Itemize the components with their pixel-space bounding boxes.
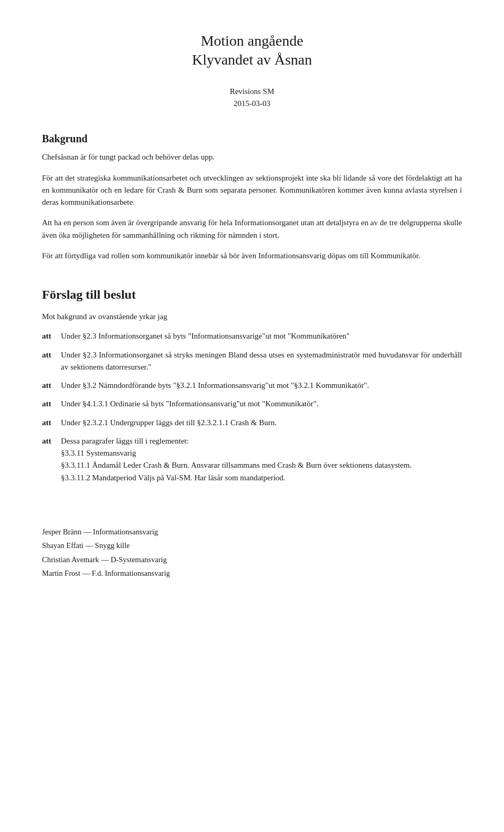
signatory-line: Jesper Bränn — Informationsansvarig	[42, 526, 462, 538]
signatory-name: Shayan Effati	[42, 541, 83, 550]
att-label: att	[42, 330, 61, 342]
proposal-heading: Förslag till beslut	[42, 285, 462, 304]
title-section: Motion angående Klyvandet av Åsnan Revis…	[42, 31, 462, 110]
signatory-name: Christian Avemark	[42, 555, 99, 564]
signatory-role: Snygg kille	[95, 541, 130, 550]
background-p4: För att förtydliga vad rollen som kommun…	[42, 250, 462, 262]
signatories: Jesper Bränn — Informationsansvarig Shay…	[42, 526, 462, 580]
att-text: Under §2.3 Informationsorganet så byts "…	[61, 330, 462, 342]
att-text: Under §2.3.2.1 Undergrupper läggs det ti…	[61, 417, 462, 429]
list-item: att Under §2.3 Informationsorganet så st…	[42, 349, 462, 374]
proposal-intro: Mot bakgrund av ovanstående yrkar jag	[42, 311, 462, 323]
att-text: Dessa paragrafer läggs till i reglemente…	[61, 435, 462, 484]
signatory-name: Martin Frost	[42, 569, 80, 577]
list-item: att Under §4.1.3.1 Ordinarie så byts "In…	[42, 398, 462, 410]
list-item: att Dessa paragrafer läggs till i reglem…	[42, 435, 462, 484]
att-text: Under §4.1.3.1 Ordinarie så byts "Inform…	[61, 398, 462, 410]
signatory-name: Jesper Bränn	[42, 528, 81, 536]
background-heading: Bakgrund	[42, 131, 462, 147]
signatory-dash: —	[86, 541, 95, 550]
att-label: att	[42, 380, 61, 392]
signatory-line: Christian Avemark — D-Systemansvarig	[42, 554, 462, 565]
signatory-dash: —	[83, 528, 93, 536]
signatory-role: D-Systemansvarig	[111, 555, 167, 564]
att-text: Under §2.3 Informationsorganet så stryks…	[61, 349, 462, 374]
att-list: att Under §2.3 Informationsorganet så by…	[42, 330, 462, 484]
background-p3: Att ha en person som även är övergripand…	[42, 217, 462, 241]
main-title: Motion angående Klyvandet av Åsnan	[42, 31, 462, 70]
background-p2: För att det strategiska kommunikationsar…	[42, 172, 462, 209]
signatory-role: F.d. Informationsansvarig	[92, 569, 170, 577]
signatory-line: Martin Frost — F.d. Informationsansvarig	[42, 567, 462, 579]
signatory-line: Shayan Effati — Snygg kille	[42, 540, 462, 551]
list-item: att Under §2.3.2.1 Undergrupper läggs de…	[42, 417, 462, 429]
att-label: att	[42, 435, 61, 447]
signatory-dash: —	[101, 555, 111, 564]
background-p1: Chefsåsnan är för tungt packad och behöv…	[42, 151, 462, 163]
att-label: att	[42, 398, 61, 410]
att-label: att	[42, 417, 61, 429]
revision-label: Revisions SM 2015-03-03	[42, 86, 462, 110]
signatory-role: Informationsansvarig	[93, 528, 158, 536]
att-text: Under §3.2 Nämndordförande byts "§3.2.1 …	[61, 380, 462, 392]
list-item: att Under §2.3 Informationsorganet så by…	[42, 330, 462, 342]
list-item: att Under §3.2 Nämndordförande byts "§3.…	[42, 380, 462, 392]
att-label: att	[42, 349, 61, 361]
signatory-dash: —	[82, 569, 92, 577]
